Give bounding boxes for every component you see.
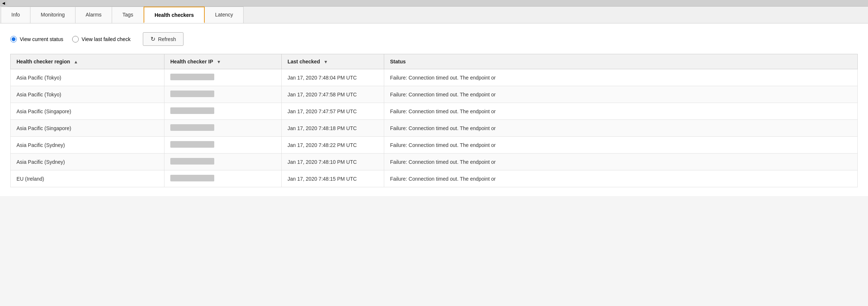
col-header-region[interactable]: Health checker region ▲: [11, 54, 164, 69]
cell-last-checked: Jan 17, 2020 7:47:58 PM UTC: [282, 86, 384, 103]
cell-last-checked: Jan 17, 2020 7:48:10 PM UTC: [282, 154, 384, 170]
radio-view-last-failed[interactable]: View last failed check: [72, 36, 131, 43]
tab-alarms-label: Alarms: [86, 12, 102, 18]
scrollbar-top[interactable]: [0, 0, 868, 7]
tab-latency-label: Latency: [215, 12, 233, 18]
cell-region: Asia Pacific (Singapore): [11, 120, 164, 137]
sort-desc-icon-2: ▼: [324, 59, 328, 64]
ip-placeholder: [170, 74, 214, 80]
tab-tags[interactable]: Tags: [112, 7, 144, 23]
content-area: View current status View last failed che…: [0, 23, 868, 196]
ip-placeholder: [170, 158, 214, 165]
radio-row: View current status View last failed che…: [10, 32, 858, 46]
cell-status: Failure: Connection timed out. The endpo…: [384, 170, 858, 187]
cell-ip: [164, 103, 282, 120]
ip-placeholder: [170, 91, 214, 97]
tab-latency[interactable]: Latency: [204, 7, 244, 23]
cell-last-checked: Jan 17, 2020 7:48:18 PM UTC: [282, 120, 384, 137]
col-last-checked-label: Last checked: [288, 59, 320, 64]
tab-info[interactable]: Info: [1, 7, 30, 23]
ip-placeholder: [170, 107, 214, 114]
table-row: Asia Pacific (Singapore)Jan 17, 2020 7:4…: [11, 120, 858, 137]
table-row: Asia Pacific (Sydney)Jan 17, 2020 7:48:1…: [11, 154, 858, 170]
sort-desc-icon: ▼: [216, 59, 221, 64]
tab-health-checkers-label: Health checkers: [155, 12, 194, 18]
cell-status: Failure: Connection timed out. The endpo…: [384, 120, 858, 137]
col-header-ip[interactable]: Health checker IP ▼: [164, 54, 282, 69]
cell-ip: [164, 86, 282, 103]
col-header-last-checked[interactable]: Last checked ▼: [282, 54, 384, 69]
refresh-label: Refresh: [158, 36, 176, 42]
cell-region: Asia Pacific (Singapore): [11, 103, 164, 120]
cell-status: Failure: Connection timed out. The endpo…: [384, 103, 858, 120]
table-row: Asia Pacific (Singapore)Jan 17, 2020 7:4…: [11, 103, 858, 120]
col-region-label: Health checker region: [16, 59, 70, 64]
tabs-bar: Info Monitoring Alarms Tags Health check…: [0, 7, 868, 23]
cell-status: Failure: Connection timed out. The endpo…: [384, 69, 858, 86]
tab-health-checkers[interactable]: Health checkers: [144, 7, 205, 23]
tab-monitoring[interactable]: Monitoring: [30, 7, 75, 23]
cell-last-checked: Jan 17, 2020 7:48:22 PM UTC: [282, 137, 384, 154]
health-checkers-table: Health checker region ▲ Health checker I…: [10, 54, 858, 187]
col-ip-label: Health checker IP: [170, 59, 213, 64]
cell-last-checked: Jan 17, 2020 7:48:04 PM UTC: [282, 69, 384, 86]
ip-placeholder: [170, 141, 214, 148]
cell-region: Asia Pacific (Sydney): [11, 137, 164, 154]
table-row: EU (Ireland)Jan 17, 2020 7:48:15 PM UTCF…: [11, 170, 858, 187]
table-row: Asia Pacific (Sydney)Jan 17, 2020 7:48:2…: [11, 137, 858, 154]
tab-info-label: Info: [11, 12, 20, 18]
cell-region: EU (Ireland): [11, 170, 164, 187]
radio-view-current[interactable]: View current status: [10, 36, 63, 43]
cell-last-checked: Jan 17, 2020 7:48:15 PM UTC: [282, 170, 384, 187]
radio-view-current-label: View current status: [20, 36, 63, 42]
ip-placeholder: [170, 175, 214, 181]
cell-ip: [164, 69, 282, 86]
cell-ip: [164, 154, 282, 170]
sort-asc-icon: ▲: [74, 59, 78, 64]
cell-ip: [164, 120, 282, 137]
cell-status: Failure: Connection timed out. The endpo…: [384, 154, 858, 170]
cell-region: Asia Pacific (Tokyo): [11, 86, 164, 103]
cell-ip: [164, 137, 282, 154]
refresh-button[interactable]: ↻ Refresh: [143, 32, 183, 46]
table-row: Asia Pacific (Tokyo)Jan 17, 2020 7:48:04…: [11, 69, 858, 86]
cell-region: Asia Pacific (Sydney): [11, 154, 164, 170]
refresh-icon: ↻: [151, 36, 155, 43]
col-header-status: Status: [384, 54, 858, 69]
radio-view-last-failed-label: View last failed check: [82, 36, 131, 42]
cell-ip: [164, 170, 282, 187]
cell-region: Asia Pacific (Tokyo): [11, 69, 164, 86]
col-status-label: Status: [390, 59, 406, 64]
tab-tags-label: Tags: [122, 12, 133, 18]
tab-monitoring-label: Monitoring: [41, 12, 64, 18]
ip-placeholder: [170, 124, 214, 131]
cell-status: Failure: Connection timed out. The endpo…: [384, 86, 858, 103]
cell-status: Failure: Connection timed out. The endpo…: [384, 137, 858, 154]
cell-last-checked: Jan 17, 2020 7:47:57 PM UTC: [282, 103, 384, 120]
table-header-row: Health checker region ▲ Health checker I…: [11, 54, 858, 69]
table-row: Asia Pacific (Tokyo)Jan 17, 2020 7:47:58…: [11, 86, 858, 103]
tab-alarms[interactable]: Alarms: [75, 7, 112, 23]
